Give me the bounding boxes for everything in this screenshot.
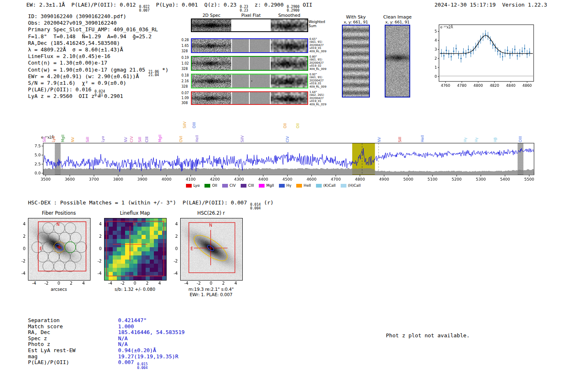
legend-label: (K)CaII <box>323 183 336 188</box>
spec-2d-image <box>192 92 231 104</box>
photz-unavailable-note: Phot z plot not available. <box>386 332 470 339</box>
cutout-right-label-line: 409_RL_009 <box>309 50 326 53</box>
spectral-line-marker: SiII <box>42 137 47 142</box>
spec-2d-image <box>192 39 231 52</box>
spectral-line-marker: Hγ <box>474 137 479 142</box>
uncertainty-lower: 0.2900 <box>287 9 300 12</box>
clean-image-panel <box>385 25 410 97</box>
hsc-cutout-title: HSC(26.2) r <box>180 210 242 216</box>
uncertainty-lower: 0.007 <box>139 9 150 12</box>
match-row-value: 0.94(±0.20)Å <box>118 347 156 353</box>
legend-swatch <box>186 184 192 188</box>
match-row-value: N/A <box>118 335 128 341</box>
cutout-row <box>191 74 308 88</box>
spectral-line-marker: SiIV <box>183 121 187 128</box>
match-row: Photo zN/A <box>28 341 185 348</box>
axis-tick-label: 4 <box>93 222 102 226</box>
info-line: Cont(w) = 1.90(±0.01)e-17 (gmag 21.05 21… <box>28 67 169 73</box>
match-row-label: Spec z <box>28 336 118 342</box>
axis-tick-label: 0 <box>56 281 62 285</box>
spectral-line-marker: SiIV <box>240 135 245 142</box>
smoothed-image <box>271 74 307 88</box>
axis-tick-label: -2 <box>170 259 178 263</box>
info-line: P(LAE)/P(OII): 0.016 0.0240.01 <box>28 86 169 93</box>
pixel-flat-image <box>232 74 270 88</box>
match-row-value: N/A <box>118 341 128 347</box>
column-header-smoothed: Smoothed <box>271 13 308 18</box>
legend-item: (K)CaII <box>316 183 336 188</box>
info-line: Primary Spec_Slot_IFU_AMP: 409_016_036_R… <box>28 26 169 33</box>
spectral-line-marker: CIV <box>130 136 134 142</box>
axis-tick-label: -4 <box>183 281 190 285</box>
uncertainty-stack: 0.0150.004 <box>137 362 148 369</box>
info-line: EWr = 4.20(±0.91) (w: 2.90(±0.61))Å <box>28 73 169 80</box>
with-sky-subtitle: x, y: 661, 91 <box>341 20 371 25</box>
column-header-2d-spec: 2D Spec <box>192 13 231 18</box>
axis-tick-label: 2 <box>68 281 74 285</box>
legend-swatch <box>341 184 346 188</box>
axis-tick-label: -4 <box>31 281 37 285</box>
info-line: LyA z = 2.9560 OII z = 0.2901 <box>28 93 169 100</box>
legend-label: OII <box>212 183 217 188</box>
cutout-left-value: 0.07 <box>181 91 190 95</box>
hsc-r-band-image <box>180 218 243 281</box>
spectral-line-marker: CIII <box>145 137 149 142</box>
spectral-line-marker: Hβ <box>493 137 498 142</box>
match-row-value: 19.27(19.19,19.35)R <box>118 353 178 360</box>
fiber-positions-map <box>28 218 91 281</box>
cutout-left-value: 1.09 <box>181 96 190 100</box>
axis-tick-label: 0 <box>208 281 214 285</box>
spectral-line-marker: OII <box>283 123 288 128</box>
cutout-left-value: 1.02 <box>181 62 190 65</box>
info-line: LineFlux = 2.10(±0.45)e-16 <box>28 53 169 60</box>
with-sky-panel <box>342 25 370 97</box>
uncertainty-stack: 21.0621.04 <box>149 70 159 77</box>
axis-tick-label: -4 <box>93 271 102 276</box>
cutout-row-right-label: 0.92"(661, 91)20200427v019_01409_RL_009 <box>309 73 326 88</box>
spectral-line-marker: OIII <box>192 122 197 128</box>
with-sky-image <box>343 26 369 97</box>
info-line: F=1.8" T=0.148 N̄=1.29 A=0.94 ḡ=25.2 <box>28 33 169 40</box>
catalog-match-table: Separation0.421447"Match score1.000RA, D… <box>28 318 185 369</box>
cutout-left-value: 328 <box>181 67 190 71</box>
axis-tick-label: 2 <box>17 234 26 239</box>
spectral-line-marker: SiII <box>398 137 402 142</box>
spacer <box>496 2 502 8</box>
cutout-left-value: 0.19 <box>181 56 190 60</box>
spectral-line-marker: MgII <box>61 135 65 142</box>
legend-swatch <box>279 184 285 188</box>
spectral-line-marker: NV <box>71 137 75 142</box>
cutout-right-label-line: 409_RL_009 <box>309 86 326 88</box>
weighted-sum-line2: Sum <box>309 24 325 28</box>
legend-swatch <box>259 184 265 188</box>
clean-image-title-text: Clean Image <box>383 15 412 20</box>
uncertainty-lower: 0.23 <box>240 9 248 12</box>
axis-tick-label: -4 <box>17 271 26 276</box>
legend-item: OII <box>204 183 217 188</box>
cutout-row-right-label: 0.65"(661, 91)20200427v019_01409_RL_009 <box>309 38 326 53</box>
spectral-line-marker: Lyα <box>51 136 56 142</box>
match-row-label: mag <box>28 354 118 360</box>
legend-swatch <box>222 184 228 188</box>
spectral-line-marker: NV <box>377 137 382 142</box>
spectral-line-marker: OVI <box>179 136 183 142</box>
info-line: S/N = 7.9(±1.6) χ² = 0.9(±0.0) <box>28 80 169 86</box>
smoothed-image <box>271 92 307 104</box>
axis-tick-label: -2 <box>17 259 26 263</box>
axis-tick-label: 4 <box>232 281 239 285</box>
match-row: Est LyA rest-EW0.94(±0.20)Å <box>28 348 185 354</box>
cutout-left-value: 0.28 <box>181 38 190 42</box>
match-row-value: 0.421447" <box>118 317 146 323</box>
cutout-row-left-values: 0.281.65328 <box>181 38 190 53</box>
weighted-sum-label: Weighted Sum <box>309 20 325 28</box>
legend-item: Hγ <box>279 183 291 188</box>
legend-swatch <box>241 184 246 188</box>
match-row-label: Separation <box>28 318 118 324</box>
axis-tick-label: 4 <box>80 281 87 285</box>
lineflux-map-title: Lineflux Map <box>104 210 166 216</box>
legend-swatch <box>316 184 322 188</box>
spectral-line-marker: CIV <box>286 136 290 142</box>
cutout-row-left-values: 0.191.02328 <box>181 56 190 71</box>
cutout-row-right-label: 0.80"(661, 91)20200427v019_02409_RL_009 <box>309 56 326 71</box>
pixel-flat-image <box>232 57 270 70</box>
